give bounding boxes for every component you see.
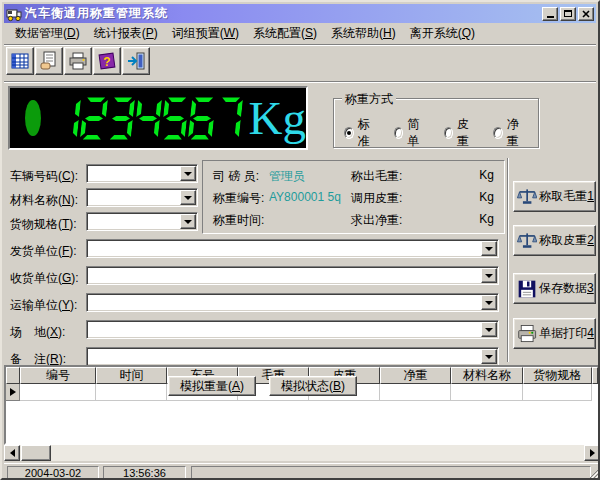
help-book-icon: ?	[97, 51, 117, 71]
vehicle-no-combo[interactable]	[86, 164, 198, 183]
weigh-gross-button[interactable]: 称取毛重1	[513, 181, 596, 212]
weigh-time-label: 称重时间:	[213, 212, 264, 229]
window-title: 汽车衡通用称重管理系统	[25, 5, 542, 22]
radio-standard[interactable]: 标准	[344, 116, 376, 150]
menu-item-data[interactable]: 数据管理(D)	[8, 23, 87, 44]
material-name-label: 材料名称(N):	[10, 192, 78, 209]
help-button[interactable]: ?	[93, 47, 121, 75]
scroll-right-button[interactable]	[584, 445, 600, 461]
grid-cell[interactable]	[380, 384, 451, 401]
grid-header-stub	[592, 367, 598, 384]
goods-spec-label: 货物规格(T):	[10, 216, 77, 233]
site-combo[interactable]	[86, 320, 499, 339]
minimize-button[interactable]	[542, 7, 558, 21]
menu-item-report[interactable]: 统计报表(P)	[87, 23, 165, 44]
dropdown-button[interactable]	[481, 295, 497, 310]
scale-icon	[517, 186, 537, 208]
print-icon	[517, 323, 537, 345]
radio-tare[interactable]: 皮重	[444, 116, 476, 150]
menu-item-phrase[interactable]: 词组预置(W)	[165, 23, 246, 44]
goods-spec-combo[interactable]	[86, 212, 198, 231]
sender-label: 发货单位(F):	[10, 243, 77, 260]
report-icon	[39, 51, 59, 71]
receiver-combo[interactable]	[86, 266, 499, 285]
grid-cell[interactable]	[451, 384, 523, 401]
close-icon	[582, 10, 590, 18]
button-label: 称取毛重1	[539, 188, 594, 205]
net-unit: Kg	[479, 212, 494, 226]
grid-cell[interactable]	[96, 384, 167, 401]
resize-grip-icon	[587, 468, 599, 480]
dropdown-button[interactable]	[481, 241, 497, 256]
radio-icon	[444, 127, 454, 139]
material-name-combo[interactable]	[86, 188, 198, 207]
gross-unit: Kg	[479, 168, 494, 182]
radio-simple[interactable]: 简单	[394, 116, 426, 150]
weigh-mode-group: 称重方式 标准 简单 皮重 净重	[333, 98, 539, 148]
menu-item-exit[interactable]: 离开系统(Q)	[403, 23, 482, 44]
scrollbar-thumb[interactable]	[21, 445, 51, 461]
dropdown-button[interactable]	[180, 214, 196, 229]
grid-header-material: 材料名称	[451, 367, 523, 384]
tare-label: 调用皮重:	[351, 190, 402, 207]
arrow-right-icon	[590, 449, 595, 457]
button-label: 单据打印4	[539, 325, 594, 342]
dropdown-button[interactable]	[180, 190, 196, 205]
report-button[interactable]	[35, 47, 63, 75]
radio-label: 简单	[407, 116, 425, 150]
radio-label: 净重	[507, 116, 525, 150]
radio-icon	[493, 127, 503, 139]
site-label: 场 地(X):	[10, 324, 65, 341]
radio-label: 标准	[358, 116, 376, 150]
simulate-weight-button[interactable]: 模拟重量(A)	[168, 376, 256, 396]
grid-header-no: 编号	[20, 367, 96, 384]
menu-item-help[interactable]: 系统帮助(H)	[324, 23, 403, 44]
weight-unit: Kg	[249, 95, 306, 142]
remark-combo[interactable]	[86, 347, 499, 366]
status-date: 2004-03-02	[7, 466, 99, 480]
chevron-down-icon	[184, 172, 192, 176]
save-icon	[517, 279, 537, 299]
status-message	[191, 466, 591, 480]
button-label: 保存数据3	[539, 280, 594, 297]
menubar: 数据管理(D) 统计报表(P) 词组预置(W) 系统配置(S) 系统帮助(H) …	[4, 24, 596, 43]
maximize-button[interactable]	[560, 7, 576, 21]
grid-cell[interactable]	[523, 384, 592, 401]
transporter-label: 运输单位(Y):	[10, 297, 77, 314]
grid-cell[interactable]	[20, 384, 96, 401]
data-grid-button[interactable]	[6, 47, 34, 75]
receiver-label: 收货单位(G):	[10, 270, 79, 287]
horizontal-scrollbar[interactable]	[4, 445, 600, 461]
dropdown-button[interactable]	[481, 322, 497, 337]
simulate-status-button[interactable]: 模拟状态(B)	[269, 376, 357, 396]
weigh-no-label: 称重编号:	[213, 190, 264, 207]
exit-door-icon	[126, 51, 146, 71]
vehicle-no-label: 车辆号码(C):	[10, 168, 78, 185]
dropdown-button[interactable]	[481, 268, 497, 283]
chevron-down-icon	[485, 328, 493, 332]
data-grid-icon	[10, 51, 30, 71]
status-time: 13:56:36	[103, 466, 186, 480]
print-receipt-button[interactable]: 单据打印4	[513, 318, 596, 349]
menu-item-config[interactable]: 系统配置(S)	[246, 23, 324, 44]
grid-header-selector	[6, 367, 20, 384]
print-button[interactable]	[64, 47, 92, 75]
sender-combo[interactable]	[86, 239, 499, 258]
dropdown-button[interactable]	[180, 166, 196, 181]
app-icon	[6, 6, 22, 22]
weigh-tare-button[interactable]: 称取皮重2	[513, 225, 596, 256]
statusbar: 2004-03-02 13:56:36	[4, 463, 600, 480]
button-label: 称取皮重2	[539, 232, 594, 249]
dropdown-button[interactable]	[481, 349, 497, 364]
printer-icon	[68, 51, 88, 71]
gross-label: 称出毛重:	[351, 168, 402, 185]
operator-label: 司 磅 员:	[213, 168, 259, 185]
svg-text:?: ?	[103, 55, 110, 69]
radio-net[interactable]: 净重	[493, 116, 525, 150]
transporter-combo[interactable]	[86, 293, 499, 312]
close-button[interactable]	[578, 7, 594, 21]
chevron-down-icon	[485, 274, 493, 278]
save-data-button[interactable]: 保存数据3	[513, 273, 596, 304]
exit-button[interactable]	[122, 47, 150, 75]
scroll-left-button[interactable]	[4, 445, 20, 461]
